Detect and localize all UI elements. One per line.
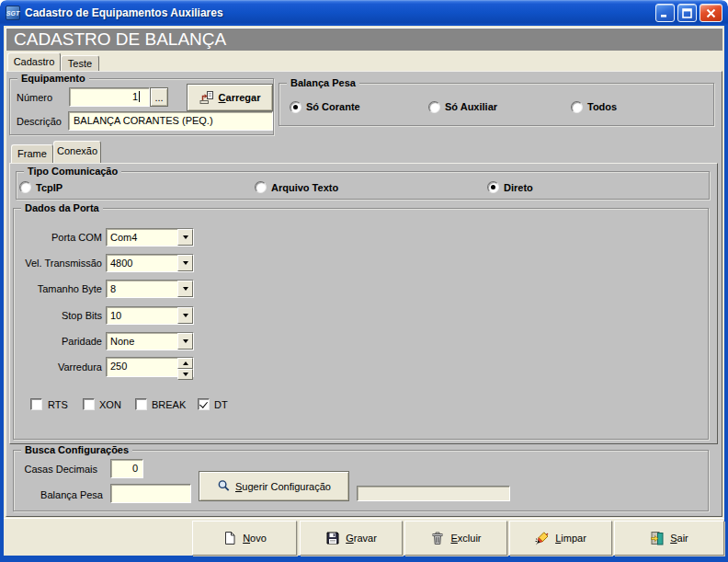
tab-frame[interactable]: Frame: [11, 144, 53, 163]
carregar-label: Carregar: [219, 92, 261, 103]
search-icon: [217, 479, 231, 493]
tab-cadastro[interactable]: Cadastro: [7, 52, 61, 71]
dropdown-arrow-icon[interactable]: [177, 333, 193, 350]
radio-arquivo-texto-label[interactable]: Arquivo Texto: [271, 182, 338, 193]
group-balanca-pesa-caption: Balança Pesa: [287, 77, 359, 89]
porta-com-value: Com4: [107, 229, 177, 246]
radio-tcpip[interactable]: [19, 181, 31, 193]
casas-decimais-label: Casas Decimais: [18, 464, 97, 475]
excluir-button[interactable]: Excluir: [404, 521, 507, 556]
group-tipo-comunicacao: Tipo Comunicação: [16, 171, 710, 200]
checkbox-xon[interactable]: [83, 398, 95, 410]
sugerir-configuracao-label: Sugerir Configuração: [235, 481, 331, 492]
tamanho-byte-dropdown[interactable]: 8: [106, 280, 194, 298]
paridade-dropdown[interactable]: None: [106, 332, 194, 350]
close-button[interactable]: [700, 4, 722, 22]
tab-teste[interactable]: Teste: [61, 55, 99, 71]
minimize-button[interactable]: [655, 4, 675, 22]
app-icon: SGT: [6, 6, 20, 20]
save-icon: [325, 531, 340, 545]
group-tipo-comunicacao-caption: Tipo Comunicação: [24, 166, 121, 178]
excluir-label: Excluir: [450, 533, 481, 544]
radio-so-corante[interactable]: [290, 101, 301, 113]
porta-com-label: Porta COM: [9, 232, 102, 243]
sair-button[interactable]: Sair: [614, 521, 724, 556]
dropdown-arrow-icon[interactable]: [177, 307, 193, 324]
checkbox-rts[interactable]: [30, 398, 42, 410]
radio-arquivo-texto[interactable]: [255, 181, 267, 193]
vel-transmissao-label: Vel. Transmissão: [9, 258, 102, 269]
browse-button[interactable]: ...: [150, 87, 168, 107]
title-bar: SGT Cadastro de Equipamentos Auxiliares: [0, 0, 728, 26]
sugerir-configuracao-button[interactable]: Sugerir Configuração: [199, 471, 349, 501]
numero-label: Número: [17, 92, 52, 103]
window-border-bottom: [0, 556, 728, 562]
checkbox-dt[interactable]: [198, 398, 210, 410]
tab-conexao[interactable]: Conexão: [53, 141, 101, 163]
casas-decimais-input[interactable]: 0: [110, 459, 143, 478]
radio-so-auxiliar[interactable]: [428, 101, 440, 113]
tamanho-byte-value: 8: [107, 281, 177, 297]
varredura-spinner[interactable]: 250: [106, 357, 194, 377]
radio-tcpip-label[interactable]: TcpIP: [36, 182, 63, 193]
balanca-pesa-label: Balança Pesa: [24, 489, 103, 500]
group-busca-configuracoes-caption: Busca Configurações: [21, 444, 132, 456]
spin-down-icon[interactable]: [177, 369, 193, 380]
checkbox-dt-label[interactable]: DT: [214, 399, 228, 410]
porta-com-dropdown[interactable]: Com4: [106, 228, 194, 247]
stop-bits-dropdown[interactable]: 10: [106, 306, 194, 325]
limpar-button[interactable]: Limpar: [509, 521, 612, 556]
new-document-icon: [222, 531, 237, 545]
radio-so-auxiliar-label[interactable]: Só Auxiliar: [445, 101, 497, 112]
group-dados-da-porta-caption: Dados da Porta: [21, 202, 103, 214]
radio-todos-label[interactable]: Todos: [587, 101, 617, 112]
varredura-label: Varredura: [9, 361, 102, 373]
load-icon: [199, 90, 214, 105]
gravar-label: Gravar: [346, 533, 377, 544]
descricao-label: Descrição: [17, 116, 62, 127]
clear-icon: [535, 531, 550, 545]
maximize-button[interactable]: [677, 4, 697, 22]
radio-todos[interactable]: [571, 101, 583, 113]
checkbox-break[interactable]: [135, 398, 147, 410]
vel-transmissao-value: 4800: [107, 255, 177, 271]
limpar-label: Limpar: [555, 533, 586, 544]
tamanho-byte-label: Tamanho Byte: [9, 283, 102, 294]
radio-so-corante-label[interactable]: Só Corante: [306, 101, 360, 112]
radio-direto[interactable]: [487, 181, 499, 193]
exit-icon: [650, 531, 665, 545]
stop-bits-label: Stop Bits: [9, 310, 102, 321]
window-border-right: [724, 26, 728, 562]
gravar-button[interactable]: Gravar: [300, 521, 403, 556]
balanca-pesa-input[interactable]: [110, 484, 191, 503]
checkbox-break-label[interactable]: BREAK: [152, 399, 186, 410]
stop-bits-value: 10: [107, 307, 177, 324]
carregar-button[interactable]: Carregar: [187, 84, 273, 111]
paridade-value: None: [107, 333, 177, 350]
checkbox-rts-label[interactable]: RTS: [48, 399, 68, 410]
dropdown-arrow-icon[interactable]: [177, 229, 193, 246]
dropdown-arrow-icon[interactable]: [177, 281, 193, 297]
sair-label: Sair: [670, 533, 688, 544]
result-field: [357, 486, 510, 501]
delete-icon: [430, 531, 445, 545]
varredura-value: 250: [107, 358, 177, 376]
numero-input[interactable]: 1: [69, 87, 150, 107]
novo-button[interactable]: Novo: [192, 521, 297, 556]
page-title: CADASTRO DE BALANÇA: [6, 28, 722, 51]
window-title: Cadastro de Equipamentos Auxiliares: [25, 6, 653, 19]
paridade-label: Paridade: [9, 336, 102, 347]
window: SGT Cadastro de Equipamentos Auxiliares …: [0, 0, 728, 562]
vel-transmissao-dropdown[interactable]: 4800: [106, 254, 194, 272]
group-equipamento-caption: Equipamento: [17, 73, 89, 85]
novo-label: Novo: [243, 533, 267, 544]
spin-up-icon[interactable]: [177, 358, 193, 369]
dropdown-arrow-icon[interactable]: [177, 255, 193, 271]
checkbox-xon-label[interactable]: XON: [99, 399, 121, 410]
radio-direto-label[interactable]: Direto: [504, 182, 533, 193]
descricao-input[interactable]: BALANÇA CORANTES (PEQ.): [68, 111, 273, 131]
